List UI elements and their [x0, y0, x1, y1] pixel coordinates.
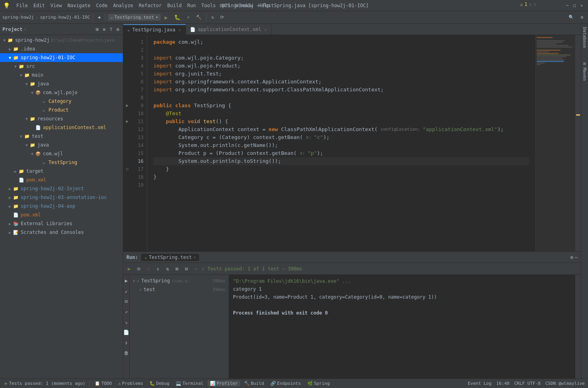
- menu-navigate[interactable]: Navigate: [65, 2, 93, 9]
- search-everywhere-button[interactable]: 🔍: [566, 14, 576, 21]
- run-panel-scrollbar[interactable]: [575, 275, 581, 378]
- run-struct-icon-6[interactable]: 📄: [123, 330, 129, 335]
- tree-item-testspring[interactable]: ☕ TestSpring: [0, 158, 123, 167]
- tree-item-pom-module[interactable]: 📄 pom.xml: [0, 176, 123, 184]
- run-button[interactable]: ▶: [162, 14, 170, 21]
- tree-item-main[interactable]: ▼ 📁 main: [0, 71, 123, 79]
- tree-item-product[interactable]: ☕ Product: [0, 106, 123, 114]
- vcs-history-button[interactable]: ⟳: [218, 14, 226, 21]
- sort-duration-button[interactable]: ⇅: [163, 264, 172, 273]
- run-panel-close[interactable]: —: [575, 255, 578, 260]
- run-tab-testspring[interactable]: ☕ TestSpring.test ✕: [141, 254, 199, 261]
- test-item-test[interactable]: ✓ test 390ms: [130, 285, 229, 294]
- build-button[interactable]: 🔨: [194, 14, 204, 21]
- tree-item-appcontext[interactable]: 📄 applicationContext.xml: [0, 123, 123, 132]
- status-label-todo: TODO: [101, 381, 112, 386]
- run-struct-icon-7[interactable]: ↕: [125, 340, 128, 346]
- status-tab-endpoints[interactable]: 🔗 Endpoints: [268, 380, 303, 386]
- status-tab-debug[interactable]: 🐛 Debug: [147, 380, 172, 386]
- run-struct-icon-5[interactable]: ↘: [125, 319, 128, 325]
- tree-item-ext-libs[interactable]: ▶ 📚 External Libraries: [0, 219, 123, 228]
- status-tab-profiler[interactable]: 📊 Profiler: [208, 380, 240, 386]
- gutter-run-11[interactable]: ▶: [123, 118, 131, 125]
- status-tab-todo[interactable]: 📋 TODO: [92, 380, 114, 386]
- tree-item-aop[interactable]: ▶ 📁 spring-how2j-04-aop: [0, 202, 123, 210]
- menu-tools[interactable]: Tools: [199, 2, 218, 9]
- collapse-button[interactable]: ⊟: [182, 264, 191, 273]
- sidebar-settings-icon[interactable]: ⚙: [115, 26, 120, 33]
- gutter-run-9[interactable]: ▶: [123, 102, 131, 110]
- sidebar-dropdown[interactable]: ▾: [24, 27, 27, 31]
- code-editor[interactable]: package com.wjl; import com.wjl.pojo.Cat…: [147, 35, 536, 251]
- sidebar-scope-icon[interactable]: ⊞: [95, 26, 100, 33]
- tree-item-test[interactable]: ▼ 📁 test: [0, 132, 123, 141]
- tree-item-scratches[interactable]: ▶ 📝 Scratches and Consoles: [0, 228, 123, 237]
- run-config-dropdown[interactable]: ▾: [155, 15, 158, 20]
- tree-item-category[interactable]: ☕ Category: [0, 97, 123, 106]
- editor-scrollbar[interactable]: [575, 35, 581, 251]
- run-struct-icon-1[interactable]: ▶: [125, 278, 128, 284]
- status-event-log[interactable]: Event Log: [468, 381, 492, 386]
- run-struct-icon-4[interactable]: ↗: [125, 309, 128, 315]
- close-button[interactable]: ✕: [578, 2, 585, 9]
- tree-item-idea[interactable]: ▶ 📁 .idea: [0, 44, 123, 53]
- icon-spring-how2j: 📁: [7, 37, 14, 43]
- tree-item-resources[interactable]: ▼ 📁 resources: [0, 114, 123, 123]
- tab-testspring[interactable]: ☕ TestSpring.java ✕: [123, 24, 186, 35]
- menu-build[interactable]: Build: [165, 2, 184, 9]
- run-struct-icon-8[interactable]: 🗑: [124, 350, 129, 356]
- toolbar-back-btn[interactable]: ◀: [95, 14, 103, 21]
- run-struct-icon-3[interactable]: ⊡: [125, 299, 128, 304]
- rerun-failed-button[interactable]: ↺: [144, 264, 153, 273]
- menu-view[interactable]: View: [48, 2, 64, 9]
- run-configuration[interactable]: ☕ TestSpring.test ▾: [108, 14, 161, 21]
- status-tab-problems[interactable]: ⚠ Problems: [116, 380, 146, 386]
- sidebar-filter-icon[interactable]: ⊤: [109, 26, 114, 33]
- status-tab-spring[interactable]: 🌿 Spring: [305, 380, 332, 386]
- run-panel-settings[interactable]: ⚙: [571, 255, 573, 260]
- stop-button[interactable]: ⊡: [134, 264, 143, 273]
- vcs-button[interactable]: ↻: [209, 14, 217, 21]
- tree-item-inject[interactable]: ▶ 📁 spring-how2j-02-Inject: [0, 184, 123, 193]
- tree-item-src[interactable]: ▼ 📁 src: [0, 62, 123, 71]
- status-tab-build[interactable]: 🔨 Build: [242, 380, 266, 386]
- tree-item-annotation[interactable]: ▶ 📁 spring-how2j-03-annotation-ioc: [0, 193, 123, 202]
- line-numbers: 1 2 3 4 5 6 7 8 9 10 11 12 13 14: [131, 35, 147, 251]
- gutter-fold-17[interactable]: ⊟: [123, 165, 131, 173]
- minimize-button[interactable]: ─: [564, 2, 571, 9]
- tree-item-com-wjl[interactable]: ▼ 📦 com.wjl: [0, 149, 123, 158]
- tab-appcontext[interactable]: 📄 applicationContext.xml ✕: [186, 24, 272, 35]
- menu-refactor[interactable]: Refactor: [136, 2, 164, 9]
- tab-close-appcontext[interactable]: ✕: [264, 27, 268, 32]
- maximize-button[interactable]: □: [571, 2, 578, 9]
- status-run-button[interactable]: ▶ Tests passed: 1 (moments ago): [3, 380, 87, 386]
- menu-code[interactable]: Code: [94, 2, 110, 9]
- coverage-button[interactable]: ⚡: [184, 14, 192, 21]
- code-line-15: Product p = (Product) context.getBean( s…: [153, 149, 529, 157]
- menu-edit[interactable]: Edit: [31, 2, 47, 9]
- sort-alpha-button[interactable]: ↕: [153, 264, 162, 273]
- settings-button[interactable]: ⚙: [578, 14, 586, 21]
- menu-file[interactable]: File: [14, 2, 30, 9]
- tab-close-testspring[interactable]: ✕: [178, 27, 182, 33]
- menu-run[interactable]: Run: [185, 2, 198, 9]
- sidebar-collapse-icon[interactable]: ≡: [101, 26, 107, 33]
- database-tab[interactable]: Database: [581, 24, 588, 51]
- run-struct-icon-2[interactable]: ↙: [125, 288, 128, 294]
- debug-button[interactable]: 🐛: [172, 14, 183, 21]
- tree-item-java-test[interactable]: ▼ 📁 java: [0, 141, 123, 149]
- label-main: main: [32, 72, 43, 78]
- run-tab-close[interactable]: ✕: [194, 255, 196, 259]
- tree-item-ioc-module[interactable]: ▼ 📁 spring-how2j-01-IOC: [0, 53, 123, 62]
- tree-item-java-main[interactable]: ▼ 📁 java: [0, 79, 123, 88]
- maven-tab[interactable]: m Maven: [581, 59, 588, 84]
- tree-item-pom-root[interactable]: 📄 pom.xml: [0, 210, 123, 219]
- status-tab-terminal[interactable]: 💻 Terminal: [173, 380, 206, 386]
- test-item-testspring[interactable]: ▼ ✓ TestSpring (com.w: 390ms: [130, 276, 229, 285]
- rerun-button[interactable]: ▶: [125, 264, 134, 273]
- expand-button[interactable]: ⊞: [173, 264, 181, 273]
- tree-item-spring-how2j[interactable]: ▼ 📁 spring-how2j D:\wjl\IdeaProjects\jav…: [0, 36, 123, 44]
- menu-analyze[interactable]: Analyze: [111, 2, 136, 9]
- tree-item-target[interactable]: ▶ 📁 target: [0, 167, 123, 176]
- tree-item-pojo[interactable]: ▼ 📦 com.wjl.pojo: [0, 88, 123, 97]
